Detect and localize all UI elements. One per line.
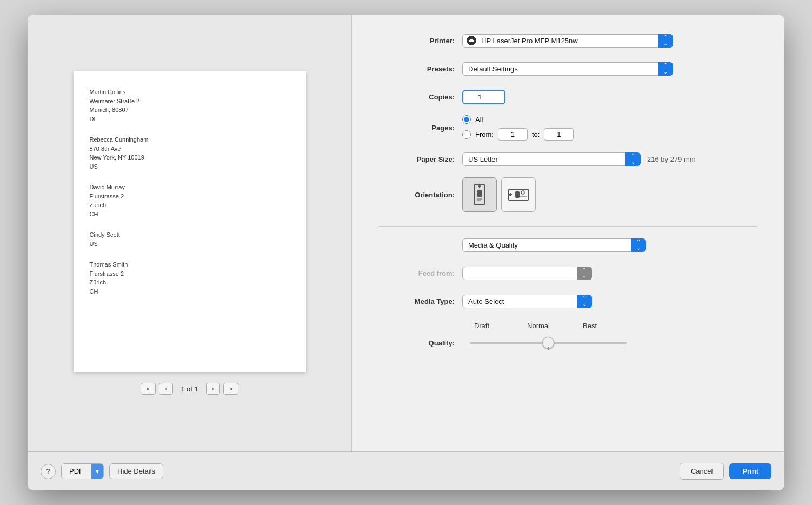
first-page-button[interactable]: « [141,383,156,395]
pdf-label-button[interactable]: PDF [62,464,91,479]
media-type-select[interactable]: Auto Select [462,295,592,308]
quality-best-label: Best [568,322,611,330]
media-type-select-wrapper: Auto Select [462,295,592,308]
copies-input[interactable] [462,90,505,104]
prev-page-button[interactable]: ‹ [159,383,173,395]
pages-label: Pages: [379,124,455,132]
contact-address-5: Flurstrasse 2 [90,269,290,278]
quality-row: Quality: [379,333,757,353]
orientation-group [462,177,536,212]
quality-draft-label: Draft [455,322,509,330]
last-page-button[interactable]: » [223,383,239,395]
contact-block-4: Cindy Scott US [90,230,290,248]
pages-to-label: to: [532,130,540,138]
contact-country-5: CH [90,287,290,296]
contact-country-3: CH [90,210,290,219]
svg-point-10 [521,191,524,194]
contact-address-1: Weimarer Straße 2 [90,97,290,106]
contact-name-4: Cindy Scott [90,230,290,240]
orientation-row: Orientation: [379,177,757,212]
printer-icon-svg [469,38,474,43]
contact-block-1: Martin Collins Weimarer Straße 2 Munich,… [90,88,290,123]
contact-address-3: Flurstrasse 2 [90,192,290,201]
section-select-wrapper: Media & Quality Layout Color Matching Pa… [462,238,646,252]
pages-group: All From: to: [462,115,574,141]
paper-size-select-wrapper: US Letter [462,152,641,166]
pages-row: Pages: All From: to: [379,115,757,141]
section-select[interactable]: Media & Quality Layout Color Matching Pa… [462,238,646,252]
presets-select-wrapper: Default Settings [462,62,673,76]
page-indicator: 1 of 1 [181,385,198,393]
cancel-button[interactable]: Cancel [680,463,724,480]
printer-row: Printer: HP LaserJet Pro MFP M125nw [379,31,757,50]
contact-country-4: US [90,240,290,249]
pages-from-label[interactable]: From: [475,130,494,138]
printer-label: Printer: [379,37,455,45]
pages-range-radio[interactable] [462,130,471,139]
feed-from-select-wrapper: ⌃ ⌄ [462,267,592,280]
copies-row: Copies: [379,87,757,107]
printer-icon [467,36,476,45]
contact-city-5: Zürich, [90,278,290,287]
settings-panel: Printer: HP LaserJet Pro MFP M125nw Pres… [352,15,784,451]
contact-block-5: Thomas Smith Flurstrasse 2 Zürich, CH [90,260,290,296]
contact-block-3: David Murray Flurstrasse 2 Zürich, CH [90,183,290,218]
preview-panel: Martin Collins Weimarer Straße 2 Munich,… [28,15,352,451]
tick-1 [471,347,471,350]
landscape-icon [508,186,529,203]
svg-rect-9 [515,191,520,198]
feed-from-select[interactable] [462,267,592,280]
landscape-button[interactable] [501,177,536,212]
quality-section: Draft Normal Best Quality: [379,322,757,353]
print-dialog: Martin Collins Weimarer Straße 2 Munich,… [28,15,784,490]
quality-normal-label: Normal [509,322,568,330]
paper-dimensions: 216 by 279 mm [647,155,696,163]
media-type-label: Media Type: [379,297,455,305]
paper-size-controls: US Letter 216 by 279 mm [462,152,696,166]
svg-rect-3 [477,190,482,197]
section-divider [379,226,757,227]
pages-all-row: All [462,115,574,124]
orientation-label: Orientation: [379,191,455,199]
presets-select[interactable]: Default Settings [462,62,673,76]
quality-label-text: Quality: [379,339,455,347]
paper-preview: Martin Collins Weimarer Straße 2 Munich,… [74,71,306,372]
presets-label: Presets: [379,65,455,73]
next-page-button[interactable]: › [206,383,220,395]
quality-slider[interactable] [470,342,627,344]
pdf-arrow-button[interactable]: ▾ [91,464,103,479]
paper-size-row: Paper Size: US Letter 216 by 279 mm [379,149,757,169]
quality-slider-wrapper [470,336,627,350]
contact-city-1: Munich, 80807 [90,105,290,115]
contact-name-3: David Murray [90,183,290,192]
pages-all-label[interactable]: All [475,116,483,124]
contact-name-2: Rebecca Cunningham [90,135,290,144]
tick-3 [625,347,625,350]
contact-name-5: Thomas Smith [90,260,290,269]
paper-size-select[interactable]: US Letter [462,152,641,166]
portrait-button[interactable] [462,177,497,212]
help-button[interactable]: ? [41,464,56,479]
pagination-controls: « ‹ 1 of 1 › » [141,383,239,395]
pages-to-input[interactable] [544,128,574,141]
media-type-row: Media Type: Auto Select [379,291,757,311]
contact-country-1: DE [90,115,290,124]
pages-range-row: From: to: [462,128,574,141]
feed-from-row: Feed from: ⌃ ⌄ [379,263,757,283]
presets-row: Presets: Default Settings [379,59,757,78]
pages-from-input[interactable] [498,128,528,141]
printer-select[interactable]: HP LaserJet Pro MFP M125nw [462,34,673,48]
pages-all-radio[interactable] [462,115,471,124]
paper-size-label: Paper Size: [379,155,455,163]
copies-label: Copies: [379,93,455,101]
tick-2 [548,347,549,350]
bottom-bar: ? PDF ▾ Hide Details Cancel Print [28,451,784,490]
portrait-icon [471,184,488,205]
contact-address-2: 870 8th Ave [90,144,290,154]
printer-select-wrapper: HP LaserJet Pro MFP M125nw [462,34,673,48]
hide-details-button[interactable]: Hide Details [109,463,163,479]
print-button[interactable]: Print [729,463,771,479]
contact-city-3: Zürich, [90,201,290,210]
contact-name-1: Martin Collins [90,88,290,97]
quality-labels: Draft Normal Best [455,322,757,330]
